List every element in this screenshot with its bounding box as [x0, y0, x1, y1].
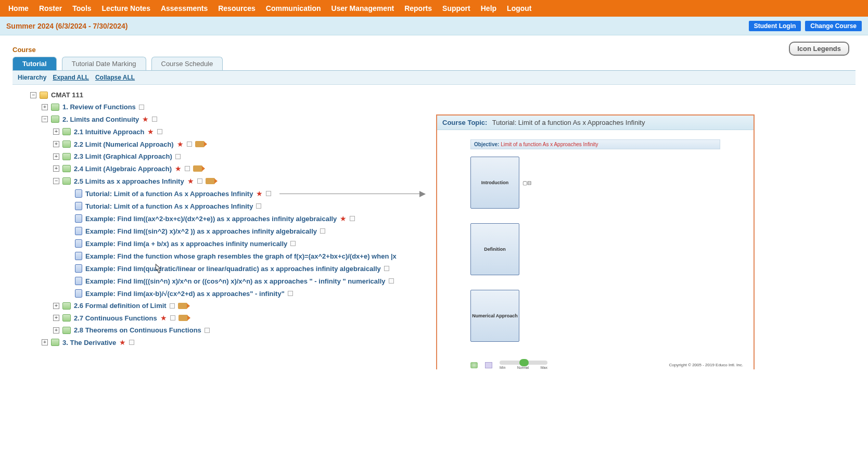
term-bar: Summer 2024 (6/3/2024 - 7/30/2024) Stude…	[0, 17, 868, 35]
checkbox-icon[interactable]	[152, 117, 157, 122]
checkbox-icon[interactable]	[197, 178, 202, 184]
tree-node-label[interactable]: 1. Review of Functions	[62, 103, 136, 111]
nav-roster[interactable]: Roster	[35, 1, 66, 16]
tree-doc-label[interactable]: Example: Find lim(a + b/x) as x approach…	[85, 240, 287, 248]
star-icon: ★	[187, 177, 194, 185]
expand-icon[interactable]: +	[42, 339, 48, 345]
checkbox-icon[interactable]	[288, 291, 293, 296]
star-icon: ★	[340, 214, 347, 223]
checkbox-icon[interactable]	[350, 216, 355, 221]
icon-legends-button[interactable]: Icon Legends	[789, 42, 849, 56]
nav-assessments[interactable]: Assessments	[157, 1, 212, 16]
tile-introduction[interactable]: Introduction	[470, 157, 519, 209]
print-icon[interactable]	[470, 362, 478, 368]
document-icon	[75, 277, 82, 285]
tile-definition[interactable]: Definition	[470, 223, 519, 275]
expand-icon[interactable]: +	[53, 165, 59, 172]
checkbox-icon[interactable]	[187, 142, 192, 147]
term-label: Summer 2024 (6/3/2024 - 7/30/2024)	[6, 22, 128, 30]
expand-icon[interactable]: +	[53, 129, 59, 135]
student-login-button[interactable]: Student Login	[749, 21, 801, 31]
nav-lecture-notes[interactable]: Lecture Notes	[98, 1, 155, 16]
tree-root-label[interactable]: CMAT 111	[51, 91, 83, 99]
tile-list: Introduction ▢⊟ Definition Numerical App…	[437, 157, 754, 342]
star-icon: ★	[175, 164, 182, 173]
tree-node-label[interactable]: 2. Limits and Continuity	[62, 116, 139, 123]
tree-node-label[interactable]: 3. The Derivative	[62, 339, 116, 346]
checkbox-icon[interactable]	[266, 191, 271, 196]
nav-tools[interactable]: Tools	[68, 1, 95, 16]
expand-icon[interactable]: +	[42, 104, 48, 110]
tree-doc-label[interactable]: Example: Find lim((ax^2-bx+c)/(dx^2+e)) …	[85, 215, 337, 223]
checkbox-icon[interactable]	[290, 241, 296, 246]
change-course-button[interactable]: Change Course	[805, 21, 862, 31]
folder-icon	[62, 165, 71, 172]
checkbox-icon[interactable]	[170, 303, 175, 309]
tree-node-label[interactable]: 2.8 Theorems on Continuous Functions	[74, 326, 201, 334]
video-clip-icon[interactable]: ▢⊟	[522, 180, 531, 186]
nav-help[interactable]: Help	[477, 1, 501, 16]
video-icon[interactable]	[178, 303, 187, 309]
checkbox-icon[interactable]	[129, 340, 134, 345]
tree-doc-label[interactable]: Example: Find the function whose graph r…	[85, 252, 397, 260]
nav-logout[interactable]: Logout	[503, 1, 535, 16]
tree-root-row: − CMAT 111	[16, 89, 852, 101]
video-icon[interactable]	[206, 178, 215, 184]
nav-communication[interactable]: Communication	[262, 1, 325, 16]
tree-doc-label[interactable]: Example: Find lim(quadratic/linear or li…	[85, 265, 381, 273]
expand-all-link[interactable]: Expand ALL	[53, 74, 89, 81]
tree-node-label[interactable]: 2.6 Formal definition of Limit	[74, 302, 167, 310]
checkbox-icon[interactable]	[389, 278, 394, 284]
tree-node-label[interactable]: 2.4 Limit (Algebraic Approach)	[74, 165, 172, 173]
document-icon	[75, 227, 82, 235]
collapse-icon[interactable]: −	[42, 116, 48, 122]
tree-node-label[interactable]: 2.2 Limit (Numerical Approach)	[74, 140, 174, 148]
checkbox-icon[interactable]	[175, 154, 181, 159]
checkbox-icon[interactable]	[170, 315, 175, 320]
tree-doc-label[interactable]: Tutorial: Limit of a function As x Appro…	[85, 202, 253, 210]
tab-date-marking[interactable]: Tutorial Date Marking	[62, 57, 146, 70]
checkbox-icon[interactable]	[256, 203, 261, 209]
tree-doc-label[interactable]: Tutorial: Limit of a function As x Appro…	[85, 190, 253, 198]
tab-tutorial[interactable]: Tutorial	[12, 57, 57, 70]
nav-support[interactable]: Support	[438, 1, 475, 16]
checkbox-icon[interactable]	[205, 328, 210, 333]
expand-icon[interactable]: +	[53, 153, 59, 160]
nav-user-management[interactable]: User Management	[327, 1, 399, 16]
checkbox-icon[interactable]	[139, 105, 144, 110]
document-icon	[75, 264, 82, 273]
expand-icon[interactable]: +	[53, 327, 59, 333]
collapse-all-link[interactable]: Collapse ALL	[95, 74, 135, 81]
checkbox-icon[interactable]	[384, 266, 389, 271]
video-icon[interactable]	[193, 165, 202, 172]
tree-node-label[interactable]: 2.1 Intuitive Approach	[74, 128, 144, 136]
edit-icon[interactable]	[485, 362, 492, 368]
document-icon	[75, 214, 82, 223]
tree-doc-label[interactable]: Example: Find lim(ax-b)/√(cx^2+d) as x a…	[85, 290, 285, 298]
tree-node-label[interactable]: 2.3 Limit (Graphical Approach)	[74, 152, 172, 160]
document-icon	[75, 289, 82, 298]
checkbox-icon[interactable]	[320, 228, 325, 234]
tab-course-schedule[interactable]: Course Schedule	[151, 57, 223, 70]
checkbox-icon[interactable]	[185, 166, 190, 171]
collapse-icon[interactable]: −	[30, 92, 36, 98]
font-size-slider[interactable]: Min Normal Max	[500, 361, 547, 369]
tree-node-label[interactable]: 2.5 Limits as x approaches Infinity	[74, 177, 184, 185]
document-icon	[75, 202, 82, 210]
video-icon[interactable]	[195, 141, 205, 147]
tree-node-label[interactable]: 2.7 Continuous Functions	[74, 314, 157, 322]
tile-numerical-approach[interactable]: Numerical Approach	[470, 290, 519, 342]
nav-resources[interactable]: Resources	[214, 1, 260, 16]
nav-home[interactable]: Home	[4, 1, 33, 16]
nav-reports[interactable]: Reports	[400, 1, 436, 16]
star-icon: ★	[256, 189, 263, 198]
tree-doc-label[interactable]: Example: Find lim(((sin^n) x)/x^n or ((c…	[85, 277, 386, 285]
panel-footer: Min Normal Max Copyright © 2005 - 2019 E…	[470, 361, 743, 369]
checkbox-icon[interactable]	[157, 129, 162, 134]
expand-icon[interactable]: +	[53, 141, 59, 147]
expand-icon[interactable]: +	[53, 303, 59, 309]
tree-doc-label[interactable]: Example: Find lim((sin^2) x)/x^2 )) as x…	[85, 227, 317, 235]
collapse-icon[interactable]: −	[53, 178, 59, 184]
video-icon[interactable]	[178, 315, 188, 321]
expand-icon[interactable]: +	[53, 315, 59, 321]
